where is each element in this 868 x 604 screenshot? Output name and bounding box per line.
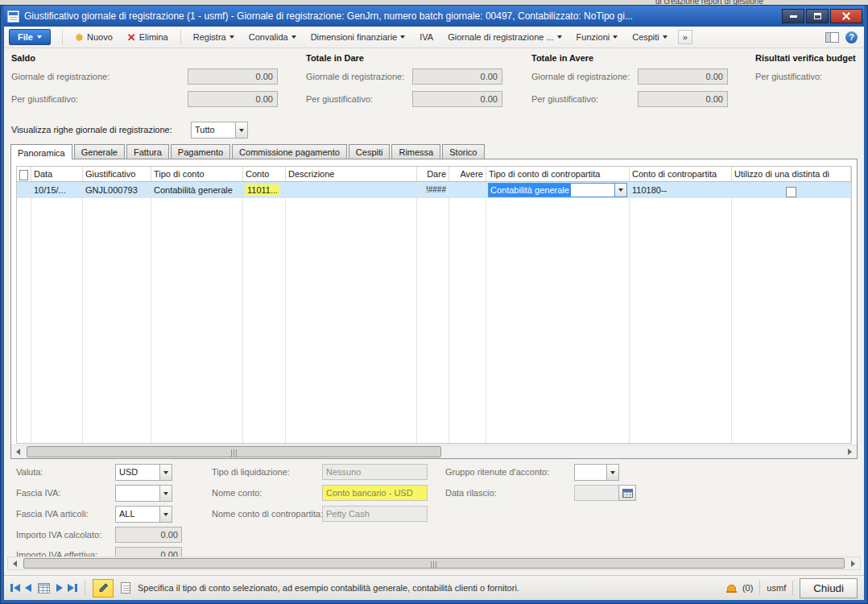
- balance-journal-label: Giornale di registrazione:: [11, 72, 110, 81]
- functions-menu-button[interactable]: Funzioni: [569, 29, 626, 45]
- scroll-left-button[interactable]: [11, 445, 25, 458]
- notifications-count[interactable]: (0): [742, 583, 753, 593]
- form-horizontal-scrollbar[interactable]: [7, 556, 861, 570]
- col-header-descrizione[interactable]: Descrizione: [286, 167, 417, 181]
- delete-button[interactable]: ✕ Elimina: [120, 29, 176, 45]
- chiudi-button[interactable]: Chiudi: [800, 578, 858, 598]
- tab-cespiti[interactable]: Cespiti: [349, 144, 391, 159]
- tab-pagamento[interactable]: Pagamento: [171, 144, 230, 159]
- chevron-down-icon: [229, 35, 234, 39]
- cell-avere[interactable]: [449, 182, 486, 198]
- vat-button[interactable]: IVA: [412, 29, 440, 45]
- cell-dare[interactable]: !####: [417, 182, 449, 198]
- combobox-dropdown-button[interactable]: [235, 122, 248, 139]
- credit-journal-label: Giornale di registrazione:: [531, 72, 630, 81]
- tab-content-panoramica: Data Giustificativo Tipo di conto Conto …: [10, 159, 858, 459]
- journal-menu-button[interactable]: Giornale di registrazione ...: [440, 29, 568, 45]
- minimize-button[interactable]: [782, 9, 804, 23]
- titlebar[interactable]: Giustificativo giornale di registrazione…: [4, 6, 864, 27]
- statusbar-help-text: Specifica il tipo di conto selezionato, …: [138, 583, 519, 593]
- currency-combobox[interactable]: USD: [115, 464, 172, 481]
- table-row[interactable]: 10/15/... GNJL000793 Contabilità general…: [17, 182, 851, 198]
- combobox-dropdown-button[interactable]: [614, 184, 626, 197]
- close-button[interactable]: [830, 9, 862, 23]
- tab-storico[interactable]: Storico: [442, 144, 484, 159]
- show-lines-combobox[interactable]: Tutto: [191, 122, 248, 139]
- post-menu-button[interactable]: Registra: [186, 29, 242, 45]
- scroll-left-button[interactable]: [8, 557, 22, 569]
- col-header-utilizzo-distinta[interactable]: Utilizzo di una distinta di: [732, 167, 851, 181]
- tab-commissione-pagamento[interactable]: Commissione pagamento: [232, 144, 347, 159]
- first-record-button[interactable]: [10, 584, 20, 592]
- col-header-tipo-conto-contropartita[interactable]: Tipo di conto di contropartita: [486, 167, 630, 181]
- tab-fattura[interactable]: Fattura: [126, 144, 169, 159]
- previous-record-button[interactable]: [25, 584, 31, 592]
- offset-account-type-combobox[interactable]: Contabilità generale: [488, 183, 627, 197]
- cell-conto[interactable]: 11011...: [243, 182, 286, 198]
- last-record-button[interactable]: [68, 584, 77, 592]
- select-all-cell: [17, 167, 31, 181]
- pencil-icon: [97, 582, 108, 593]
- settlement-type-label: Tipo di liquidazione:: [212, 467, 290, 477]
- budget-check-group-title: Risultati verifica budget: [755, 53, 856, 63]
- grid-view-button[interactable]: [38, 583, 50, 594]
- cell-descrizione[interactable]: [286, 182, 417, 198]
- sales-tax-group-value: [115, 485, 159, 502]
- scrollbar-thumb[interactable]: [23, 558, 845, 569]
- validate-menu-button[interactable]: Convalida: [242, 29, 304, 45]
- col-header-conto[interactable]: Conto: [243, 167, 286, 181]
- cell-tipo-di-conto[interactable]: Contabilità generale: [151, 182, 243, 198]
- cell-data[interactable]: 10/15/...: [31, 182, 83, 198]
- edit-mode-button[interactable]: [93, 579, 114, 598]
- chevron-down-icon: [663, 35, 668, 39]
- release-date-field[interactable]: [574, 485, 619, 501]
- combobox-dropdown-button[interactable]: [159, 506, 172, 523]
- scroll-right-button[interactable]: [843, 445, 857, 458]
- last-record-icon: [75, 584, 77, 592]
- cell-conto-contropartita[interactable]: 110180--: [630, 182, 732, 198]
- minimize-icon: [790, 15, 797, 18]
- item-sales-tax-group-combobox[interactable]: ALL: [115, 506, 172, 523]
- withholding-group-combobox[interactable]: [574, 464, 619, 481]
- cell-utilizzo-distinta: [732, 182, 851, 198]
- toolbar-overflow-button[interactable]: »: [678, 30, 692, 44]
- utilizzo-distinta-checkbox[interactable]: [786, 187, 796, 197]
- sales-tax-group-combobox[interactable]: [115, 485, 172, 502]
- scrollbar-track[interactable]: [22, 557, 846, 569]
- scrollbar-thumb[interactable]: [27, 446, 441, 457]
- col-header-giustificativo[interactable]: Giustificativo: [83, 167, 151, 181]
- next-record-button[interactable]: [56, 584, 63, 592]
- fixed-assets-menu-button[interactable]: Cespiti: [625, 29, 675, 45]
- show-lines-label: Visualizza righe giornale di registrazio…: [11, 125, 172, 134]
- layout-icon[interactable]: [825, 32, 839, 43]
- file-menu-button[interactable]: File: [9, 29, 51, 45]
- scroll-right-button[interactable]: [846, 557, 860, 569]
- scrollbar-track[interactable]: [25, 445, 843, 458]
- row-selector-cell[interactable]: [17, 182, 31, 198]
- client-area: File Nuovo ✕ Elimina Registra Convalida: [4, 27, 864, 600]
- col-header-dare[interactable]: Dare: [417, 167, 449, 181]
- next-triangle-icon: [68, 584, 74, 592]
- debit-journal-field: 0.00: [412, 68, 502, 85]
- tab-generale[interactable]: Generale: [74, 144, 125, 159]
- col-header-avere[interactable]: Avere: [449, 167, 486, 181]
- tab-rimessa[interactable]: Rimessa: [391, 144, 440, 159]
- notifications-bell-icon[interactable]: [727, 585, 736, 592]
- select-all-checkbox[interactable]: [19, 170, 28, 180]
- scrollbar-grip-icon: [431, 561, 437, 569]
- col-header-data[interactable]: Data: [31, 167, 83, 181]
- combobox-dropdown-button[interactable]: [606, 464, 619, 481]
- grid-horizontal-scrollbar[interactable]: [11, 445, 857, 458]
- col-header-tipo-di-conto[interactable]: Tipo di conto: [151, 167, 243, 181]
- maximize-button[interactable]: [806, 9, 829, 23]
- tab-panoramica[interactable]: Panoramica: [10, 144, 72, 159]
- combobox-dropdown-button[interactable]: [159, 464, 172, 481]
- cell-giustificativo[interactable]: GNJL000793: [83, 182, 151, 198]
- new-button[interactable]: Nuovo: [68, 29, 120, 45]
- financial-dimensions-menu-button[interactable]: Dimensioni finanziarie: [304, 29, 413, 45]
- help-icon[interactable]: ?: [845, 31, 858, 43]
- maximize-icon: [814, 13, 821, 19]
- combobox-dropdown-button[interactable]: [159, 485, 172, 502]
- calendar-button[interactable]: [618, 485, 636, 501]
- col-header-conto-contropartita[interactable]: Conto di contropartita: [630, 167, 732, 181]
